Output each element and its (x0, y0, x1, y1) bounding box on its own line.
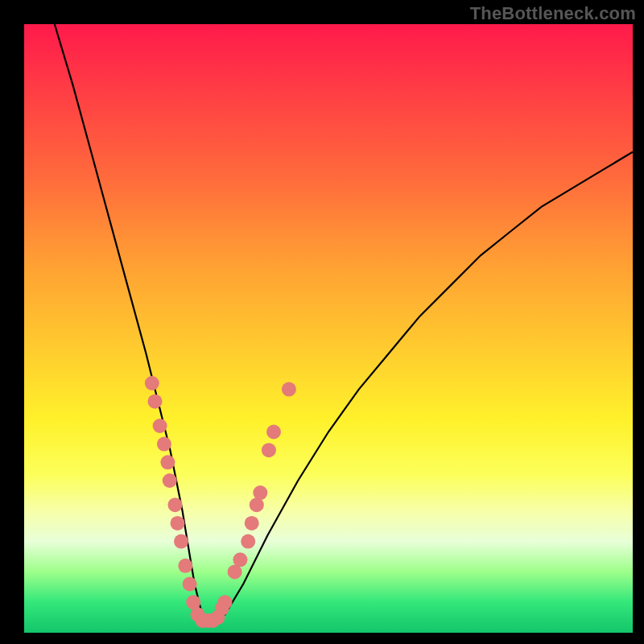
data-point (218, 595, 233, 609)
data-point (183, 577, 197, 592)
data-point (153, 419, 167, 433)
data-point (171, 516, 185, 530)
data-points (145, 376, 296, 628)
data-point (253, 485, 267, 500)
data-point (160, 455, 175, 469)
data-point (163, 473, 177, 488)
data-point (233, 552, 247, 567)
data-point (178, 559, 192, 573)
bottleneck-curve (55, 24, 633, 621)
plot-area (24, 24, 633, 633)
data-point (245, 516, 259, 530)
data-point (241, 535, 255, 549)
data-point (145, 376, 159, 390)
data-point (174, 535, 188, 549)
data-point (168, 497, 183, 512)
data-point (282, 382, 296, 397)
data-point (157, 437, 171, 452)
chart-frame: TheBottleneck.com (0, 0, 644, 644)
chart-overlay (24, 24, 633, 633)
data-point (266, 425, 281, 440)
data-point (262, 443, 276, 457)
data-point (148, 394, 163, 409)
attribution-text: TheBottleneck.com (470, 3, 636, 24)
